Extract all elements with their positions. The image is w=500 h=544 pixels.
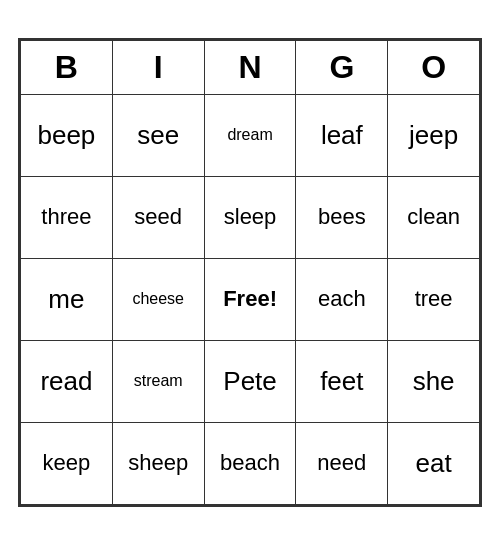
cell-label: cheese: [132, 290, 184, 307]
cell-label: need: [317, 450, 366, 475]
table-row: threeseedsleepbeesclean: [21, 176, 480, 258]
table-cell: cheese: [112, 258, 204, 340]
cell-label: jeep: [409, 120, 458, 150]
cell-label: see: [137, 120, 179, 150]
table-cell: see: [112, 94, 204, 176]
table-cell: read: [21, 340, 113, 422]
table-cell: tree: [388, 258, 480, 340]
table-cell: sleep: [204, 176, 296, 258]
table-cell: bees: [296, 176, 388, 258]
table-cell: need: [296, 422, 388, 504]
header-row: BINGO: [21, 40, 480, 94]
cell-label: beach: [220, 450, 280, 475]
cell-label: Free!: [223, 286, 277, 311]
cell-label: dream: [227, 126, 272, 143]
table-cell: jeep: [388, 94, 480, 176]
cell-label: leaf: [321, 120, 363, 150]
table-cell: feet: [296, 340, 388, 422]
table-cell: dream: [204, 94, 296, 176]
table-cell: three: [21, 176, 113, 258]
bingo-table: BINGO beepseedreamleafjeepthreeseedsleep…: [20, 40, 480, 505]
table-cell: eat: [388, 422, 480, 504]
table-cell: stream: [112, 340, 204, 422]
cell-label: three: [41, 204, 91, 229]
cell-label: beep: [37, 120, 95, 150]
header-cell: I: [112, 40, 204, 94]
cell-label: feet: [320, 366, 363, 396]
table-row: readstreamPetefeetshe: [21, 340, 480, 422]
header-cell: G: [296, 40, 388, 94]
cell-label: keep: [43, 450, 91, 475]
cell-label: clean: [407, 204, 460, 229]
table-cell: she: [388, 340, 480, 422]
cell-label: stream: [134, 372, 183, 389]
bingo-card: BINGO beepseedreamleafjeepthreeseedsleep…: [18, 38, 482, 507]
cell-label: eat: [416, 448, 452, 478]
cell-label: tree: [415, 286, 453, 311]
table-cell: leaf: [296, 94, 388, 176]
table-cell: beach: [204, 422, 296, 504]
table-cell: me: [21, 258, 113, 340]
table-cell: each: [296, 258, 388, 340]
table-cell: Pete: [204, 340, 296, 422]
table-cell: Free!: [204, 258, 296, 340]
table-cell: beep: [21, 94, 113, 176]
table-row: mecheeseFree!eachtree: [21, 258, 480, 340]
cell-label: sheep: [128, 450, 188, 475]
cell-label: seed: [134, 204, 182, 229]
header-cell: B: [21, 40, 113, 94]
cell-label: read: [40, 366, 92, 396]
table-cell: clean: [388, 176, 480, 258]
header-cell: N: [204, 40, 296, 94]
cell-label: she: [413, 366, 455, 396]
cell-label: Pete: [223, 366, 277, 396]
cell-label: sleep: [224, 204, 277, 229]
table-cell: sheep: [112, 422, 204, 504]
header-cell: O: [388, 40, 480, 94]
cell-label: me: [48, 284, 84, 314]
cell-label: each: [318, 286, 366, 311]
table-cell: keep: [21, 422, 113, 504]
table-row: beepseedreamleafjeep: [21, 94, 480, 176]
table-cell: seed: [112, 176, 204, 258]
table-row: keepsheepbeachneedeat: [21, 422, 480, 504]
cell-label: bees: [318, 204, 366, 229]
